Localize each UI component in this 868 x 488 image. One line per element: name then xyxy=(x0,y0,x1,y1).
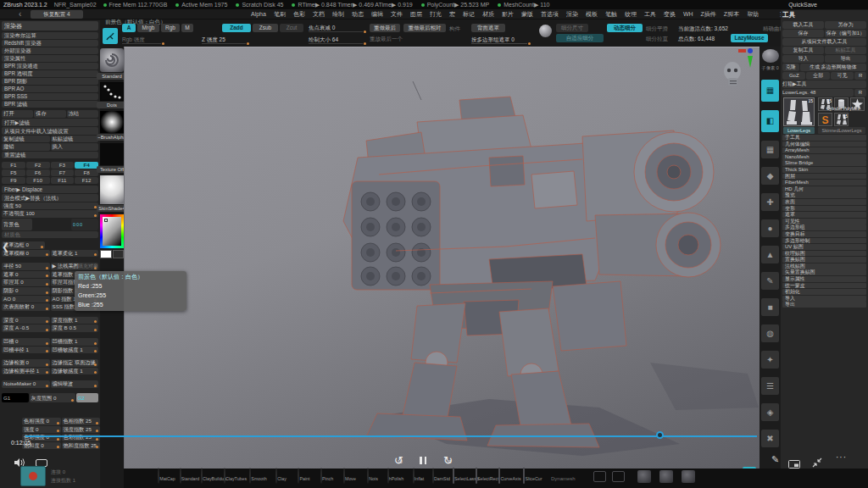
tool-section-button[interactable]: UV 贴图 xyxy=(782,244,866,250)
clone-button[interactable]: 克隆 xyxy=(782,64,799,71)
strength-slider[interactable]: 强度 50 xyxy=(2,202,98,210)
slider[interactable]: 凹槽指数 1 xyxy=(51,338,99,346)
slider[interactable]: 色相指数 25 xyxy=(62,418,101,425)
slider[interactable]: 深度 A -0.5 xyxy=(2,324,50,332)
mesh-preview-thumb[interactable] xyxy=(659,470,673,483)
brush-slot[interactable]: SelectLasso xyxy=(453,469,476,484)
record-button[interactable] xyxy=(20,466,46,486)
fkey-button[interactable]: F1 xyxy=(2,162,25,169)
copy-tool-button[interactable]: 复制工具 xyxy=(782,47,824,54)
redo-last-relative-button[interactable]: 重做最后相对 xyxy=(403,24,446,32)
adaptive-subdiv-button[interactable]: 自适应细分 xyxy=(556,34,604,42)
menu-item[interactable]: 宏 xyxy=(449,9,455,19)
brush-slot[interactable]: SelectRect xyxy=(476,469,498,484)
material-color-button[interactable]: 材质色 xyxy=(2,231,98,238)
brush-slot[interactable]: Nois xyxy=(361,469,384,484)
stroke-thumbnail[interactable] xyxy=(100,82,124,101)
secondary-color-swatch[interactable] xyxy=(113,250,124,258)
paste-filter-button[interactable]: 粘贴滤镜 xyxy=(51,136,99,143)
fiber-displace-button[interactable]: Fiber▶ Displace xyxy=(2,186,98,193)
menu-item[interactable]: Z插件 xyxy=(701,9,716,19)
menu-item[interactable]: 编辑 xyxy=(371,9,383,19)
dock-icon[interactable]: ✎ xyxy=(761,272,779,290)
fkey-button[interactable]: F10 xyxy=(26,177,50,184)
copy-filter-button[interactable]: 复制滤镜 xyxy=(2,136,50,143)
dock-active-icon[interactable]: ▦ xyxy=(761,80,779,102)
brush-slot[interactable]: CurveAxis xyxy=(498,469,521,484)
slider[interactable]: 编辑噪波 xyxy=(51,380,99,388)
tool-section-button[interactable]: 表面 xyxy=(782,199,866,205)
tool-section-button[interactable]: Slime Bridge xyxy=(782,160,866,166)
tool-section-button[interactable]: FiberMesh xyxy=(782,180,866,186)
slider[interactable]: 半径 50 xyxy=(2,263,50,270)
rewind-10-button[interactable]: ↺10 xyxy=(394,454,403,467)
menu-item[interactable]: 色彩 xyxy=(293,9,305,19)
slider[interactable]: 深度 0 xyxy=(2,317,50,324)
tool-section-button[interactable]: 变形 xyxy=(782,206,866,212)
brush-slot[interactable]: Smooth xyxy=(247,469,270,484)
slider[interactable]: 凹槽敏感度 1 xyxy=(51,347,99,354)
tool-thumbnail-legs2[interactable]: 15 xyxy=(834,113,849,126)
brush-slot[interactable]: MatCap xyxy=(155,469,178,484)
pip-icon[interactable] xyxy=(788,457,800,472)
focal-shift-slider[interactable]: 焦点衰减 0 xyxy=(309,24,363,32)
pencil-icon[interactable]: ✎ xyxy=(771,454,779,465)
tool-section-button[interactable]: 显示属性 xyxy=(782,276,866,282)
link-slider[interactable]: 连接 0 xyxy=(51,468,65,476)
load-from-project-button[interactable]: 从项目文件载入工具 xyxy=(782,38,866,46)
menu-item[interactable]: 材质 xyxy=(482,9,494,19)
freeze-button[interactable]: 冻结 xyxy=(67,110,98,118)
menu-item[interactable]: 笔触 xyxy=(605,9,617,19)
menu-item[interactable]: 变换 xyxy=(664,9,676,19)
tool-section-button[interactable]: NanoMesh xyxy=(782,154,866,160)
goz-r-button[interactable]: R xyxy=(854,72,866,80)
fkey-button[interactable]: F7 xyxy=(51,169,75,176)
fkey-button[interactable]: F11 xyxy=(51,177,75,184)
rgb-button[interactable]: Rgb xyxy=(161,24,180,32)
reset-filter-button[interactable]: 重置滤镜 xyxy=(2,152,98,158)
draw-pointer-icon[interactable] xyxy=(103,28,118,44)
menu-item[interactable]: 文件 xyxy=(391,9,403,19)
open-filter-button[interactable]: 打开▶滤镜 xyxy=(2,119,98,126)
render-option-button[interactable]: 渲染属性 xyxy=(2,55,98,62)
rgb-intensity-slider[interactable]: Rgb 强度 xyxy=(122,36,161,44)
menu-item[interactable]: 纹理 xyxy=(625,9,637,19)
slider[interactable]: 强度 0 xyxy=(22,426,61,434)
brush-slot[interactable]: hPolish xyxy=(384,469,407,484)
selected-tool-thumbnail[interactable]: 15 xyxy=(783,97,815,126)
slider[interactable]: NoiseMaker 0 xyxy=(2,380,50,388)
texture-thumbnail[interactable] xyxy=(100,143,124,165)
render-option-button[interactable]: BPR 渲染通道 xyxy=(2,63,98,69)
goz-visible-button[interactable]: 可见 xyxy=(831,72,854,80)
camera-gizmo[interactable] xyxy=(721,47,759,92)
lazymouse-button[interactable]: LazyMouse xyxy=(731,34,768,42)
pause-button[interactable] xyxy=(419,452,428,468)
subdiv-straighten-label[interactable]: 细分拉直 xyxy=(646,35,668,43)
subdiv-smooth-label[interactable]: 细分平滑 xyxy=(646,25,668,33)
fkey-button[interactable]: F3 xyxy=(51,162,75,169)
tool-section-button[interactable]: 纹理贴图 xyxy=(782,251,866,257)
slider[interactable]: 深度 B 0.5 xyxy=(51,324,99,332)
slider[interactable]: AO 0 xyxy=(2,296,50,303)
tool-section-button[interactable]: 矢量置换贴图 xyxy=(782,269,866,275)
menu-item[interactable]: 动态 xyxy=(352,9,364,19)
blend-mode-button[interactable]: 混合模式▶替换（法线） xyxy=(2,194,98,202)
menu-item[interactable]: 笔刷 xyxy=(274,9,286,19)
load-filter-settings-button[interactable]: 从项目文件中载入滤镜设置 xyxy=(2,127,98,135)
frame-tool-icon[interactable] xyxy=(593,471,606,482)
anchor-a-button[interactable]: A xyxy=(122,24,136,32)
menu-item[interactable]: 打光 xyxy=(430,9,442,19)
collapse-icon[interactable] xyxy=(812,456,822,471)
draw-size-slider[interactable]: 绘制大小 64 xyxy=(309,36,363,44)
menu-item[interactable]: WH xyxy=(683,9,693,19)
tray-collapse-chevron[interactable]: ❮ xyxy=(2,242,9,251)
tool-section-button[interactable]: 几何体编辑 xyxy=(782,141,866,147)
render-option-button[interactable]: BPR AO xyxy=(2,86,98,92)
tool-section-button[interactable]: 初始化 xyxy=(782,289,866,295)
slider[interactable]: 强度指数 25 xyxy=(62,426,101,434)
menu-item[interactable]: 标记 xyxy=(463,9,475,19)
menu-item[interactable]: Alpha xyxy=(251,9,266,19)
dynamic-subdiv-button[interactable]: 动态细分 xyxy=(607,24,643,32)
menu-item[interactable]: 工具 xyxy=(644,9,656,19)
menu-item[interactable]: 帮助 xyxy=(747,9,759,19)
